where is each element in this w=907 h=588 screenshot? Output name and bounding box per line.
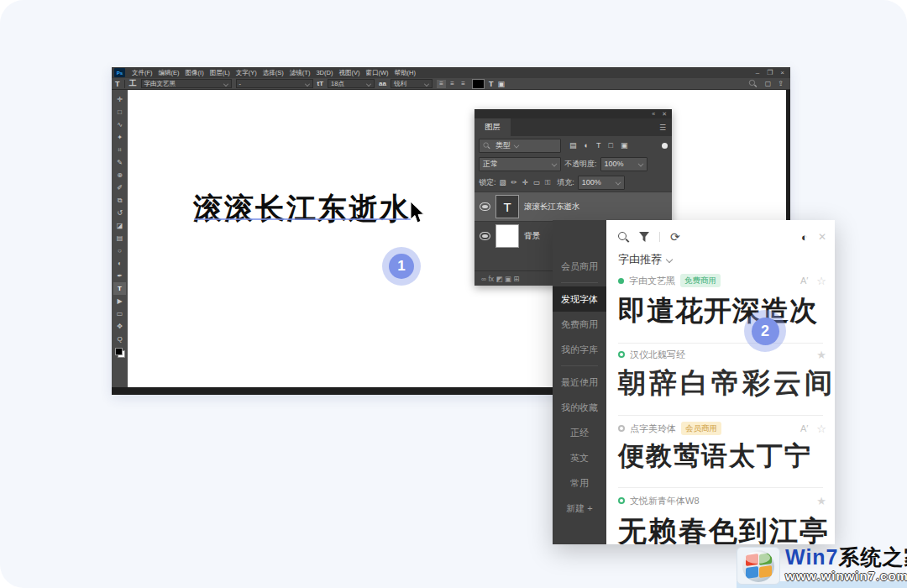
font-name[interactable]: 文悦新青年体W8 (630, 495, 700, 507)
tool-magic-wand-icon[interactable]: ✦ (113, 131, 126, 144)
tool-blur-icon[interactable]: ○ (113, 244, 126, 257)
tool-lasso-icon[interactable]: ∿ (113, 118, 126, 131)
font-sample-text[interactable]: 朝辞白帝彩云间 (618, 365, 835, 402)
collapse-panel-icon[interactable]: « (652, 111, 655, 117)
lock-icon-4[interactable]: ⚿ (545, 178, 550, 187)
opacity-select[interactable]: 100% (600, 157, 647, 171)
layer-filter-icon-4[interactable]: ▣ (621, 141, 628, 150)
filter-funnel-icon[interactable] (639, 232, 649, 242)
align-center-icon[interactable]: ≡ (448, 80, 457, 88)
tool-move-icon[interactable]: ✛ (113, 93, 126, 106)
sidebar-item-7[interactable]: 英文 (553, 445, 606, 470)
layer-name[interactable]: 背景 (524, 231, 540, 242)
warp-text-icon[interactable]: T (489, 80, 494, 88)
panel-menu-icon[interactable]: ☰ (659, 123, 666, 132)
tool-shape-icon[interactable]: ▭ (113, 307, 126, 320)
text-color-swatch[interactable] (472, 79, 485, 89)
font-family-select[interactable]: 字由文艺黑 (141, 79, 232, 88)
close-icon[interactable]: × (780, 67, 784, 78)
font-style-select[interactable]: - (236, 79, 313, 88)
refresh-icon[interactable]: ⟳ (670, 232, 680, 242)
text-orientation-icon[interactable]: 工 (129, 78, 137, 89)
tool-brush-icon[interactable]: ✐ (113, 181, 126, 194)
favorite-star-icon[interactable]: ☆ (816, 423, 826, 435)
tool-zoom-icon[interactable]: Q (113, 333, 126, 345)
layer-name[interactable]: 滚滚长江东逝水 (524, 202, 580, 213)
menu-item-4[interactable]: 文字(Y) (236, 69, 257, 77)
type-tool-icon[interactable]: T (115, 80, 120, 88)
sidebar-item-5[interactable]: 我的收藏 (553, 395, 606, 420)
tool-hand-icon[interactable]: ✥ (113, 320, 126, 333)
toggle-panels-icon[interactable]: ▣ (497, 80, 505, 88)
font-sample-text[interactable]: 即遣花开深造次 (618, 292, 818, 330)
tool-path-select-icon[interactable]: ▶ (113, 295, 126, 307)
lock-icon-1[interactable]: ✏ (511, 178, 517, 187)
font-sample-text[interactable]: 无赖春色到江亭 (618, 512, 830, 544)
tab-layers[interactable]: 图层 (474, 118, 511, 136)
font-size-adjust-icon[interactable]: A′ (800, 276, 808, 286)
font-sample-text[interactable]: 便教莺语太丁宁 (618, 438, 812, 474)
tool-gradient-icon[interactable]: ▤ (113, 232, 126, 244)
restore-icon[interactable]: ❐ (767, 67, 773, 78)
font-name[interactable]: 字由文艺黑 (629, 275, 675, 287)
lock-icon-0[interactable]: ▨ (500, 178, 506, 187)
menu-item-10[interactable]: 帮助(H) (395, 69, 416, 77)
category-dropdown[interactable]: 字由推荐 (618, 252, 672, 267)
lock-icon-2[interactable]: ✛ (522, 178, 528, 187)
share-icon[interactable]: ⇪ (778, 80, 784, 87)
menu-item-5[interactable]: 选择(S) (263, 69, 284, 77)
visibility-eye-icon[interactable] (480, 202, 490, 211)
close-panel-icon[interactable]: ✕ (662, 111, 667, 118)
workspace-icon[interactable]: ▢ (765, 80, 772, 87)
sidebar-item-1[interactable]: 发现字体 (553, 286, 606, 312)
foreground-background-swatches[interactable] (115, 348, 125, 358)
tool-type-icon[interactable]: T (113, 282, 126, 295)
sidebar-item-6[interactable]: 正经 (553, 420, 606, 445)
filter-pin-icon[interactable] (662, 143, 668, 149)
tool-marquee-icon[interactable]: □ (113, 106, 126, 118)
lock-icon-3[interactable]: ▭ (533, 178, 540, 187)
layer-filter-icon-0[interactable]: ▤ (569, 141, 577, 150)
menu-item-3[interactable]: 图层(L) (210, 69, 230, 77)
search-icon[interactable] (749, 80, 757, 87)
tool-eraser-icon[interactable]: ◪ (113, 219, 126, 232)
font-size-adjust-icon[interactable]: A′ (800, 423, 808, 433)
layer-filter-icon-3[interactable]: □ (608, 141, 612, 150)
tool-eyedropper-icon[interactable]: ✎ (113, 156, 126, 169)
align-right-icon[interactable]: ≡ (459, 80, 468, 88)
layer-filter-icon-1[interactable]: ◐ (585, 141, 589, 150)
sidebar-item-4[interactable]: 最近使用 (553, 370, 606, 395)
menu-item-0[interactable]: 文件(F) (132, 69, 153, 77)
sidebar-item-2[interactable]: 免费商用 (553, 312, 606, 337)
text-layer-thumbnail[interactable]: T (496, 196, 518, 218)
favorite-star-icon[interactable]: ★ (816, 349, 826, 361)
layer-row-text[interactable]: T 滚滚长江东逝水 (474, 192, 672, 221)
sidebar-item-3[interactable]: 我的字库 (553, 337, 606, 362)
menu-item-6[interactable]: 滤镜(T) (290, 69, 311, 77)
minimize-icon[interactable]: – (756, 67, 759, 78)
sidebar-item-0[interactable]: 会员商用 (553, 254, 606, 279)
sidebar-item-8[interactable]: 常用 (553, 470, 606, 496)
menu-item-9[interactable]: 窗口(W) (365, 69, 388, 77)
favorite-star-icon[interactable]: ★ (816, 495, 826, 507)
tool-pen-icon[interactable]: ✒ (113, 270, 126, 282)
canvas-text[interactable]: 滚滚长江东逝水 (193, 189, 411, 228)
tool-dodge-icon[interactable]: ◐ (113, 257, 126, 270)
close-icon[interactable]: ✕ (818, 231, 826, 243)
font-size-select[interactable]: 18点 (328, 79, 375, 88)
menu-item-7[interactable]: 3D(D) (316, 69, 333, 77)
visibility-eye-icon[interactable] (480, 232, 490, 240)
menu-item-8[interactable]: 视图(V) (338, 69, 359, 77)
menu-item-1[interactable]: 编辑(E) (159, 69, 180, 77)
menu-item-2[interactable]: 图像(I) (186, 69, 204, 77)
background-layer-thumbnail[interactable] (496, 225, 518, 247)
tool-crop-icon[interactable]: ⌗ (113, 144, 126, 156)
align-left-icon[interactable]: ≡ (437, 80, 446, 88)
tool-clone-stamp-icon[interactable]: ⧉ (113, 194, 126, 207)
blend-mode-select[interactable]: 正常 (479, 157, 561, 171)
fill-select[interactable]: 100% (578, 176, 625, 190)
search-icon[interactable] (618, 232, 629, 243)
tool-healing-icon[interactable]: ⊕ (113, 169, 126, 181)
font-name[interactable]: 点字美玲体 (630, 423, 676, 435)
sidebar-item-9[interactable]: 新建 + (553, 496, 606, 521)
